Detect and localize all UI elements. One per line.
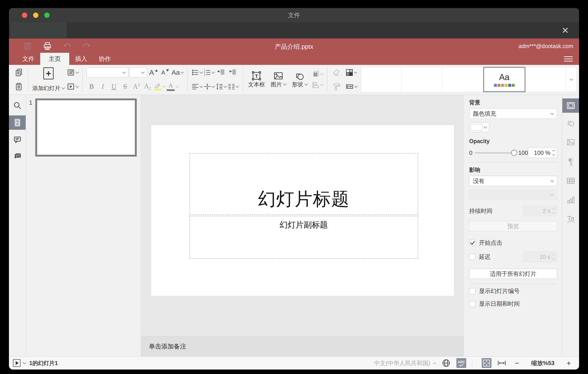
increase-font-size-button[interactable]: A xyxy=(148,67,159,78)
close-window-button[interactable] xyxy=(22,12,27,18)
bold-button[interactable]: B xyxy=(87,83,96,91)
background-color-picker[interactable] xyxy=(469,122,489,132)
zoom-window-button[interactable] xyxy=(44,12,50,18)
insert-image-button[interactable]: 图片 xyxy=(269,70,287,88)
subtitle-placeholder[interactable]: 幻灯片副标题 xyxy=(189,216,418,259)
zoom-in-button[interactable]: + xyxy=(564,359,573,367)
transition-effect-select[interactable]: 没有 xyxy=(469,176,557,186)
image-settings-tab[interactable] xyxy=(562,135,579,149)
font-name-combobox[interactable] xyxy=(87,67,128,77)
zoom-level-label: 缩放%53 xyxy=(531,359,555,367)
background-fill-select[interactable]: 颜色填充 xyxy=(469,109,557,119)
paste-button[interactable] xyxy=(14,81,24,92)
strikeout-button[interactable]: S xyxy=(120,83,130,91)
start-on-click-checkbox[interactable] xyxy=(469,240,475,246)
italic-button[interactable]: I xyxy=(98,83,108,91)
opacity-label: Opacity xyxy=(469,138,557,144)
start-slideshow-button[interactable] xyxy=(67,81,78,92)
tab-file[interactable]: 文件 xyxy=(17,53,40,65)
apply-to-all-slides-button[interactable]: 适用于所有幻灯片 xyxy=(469,269,557,279)
show-slide-number-checkbox[interactable] xyxy=(469,288,475,294)
textart-settings-tab[interactable]: Ta xyxy=(562,212,579,226)
copy-button[interactable] xyxy=(14,67,24,78)
spellcheck-toggle[interactable]: ABC xyxy=(456,358,466,368)
spinner-arrows-icon[interactable] xyxy=(553,150,555,155)
notes-area[interactable]: 单击添加备注 xyxy=(141,336,463,356)
fit-to-width-button[interactable] xyxy=(497,358,507,368)
insert-shape-button[interactable]: 形状 xyxy=(291,70,309,88)
line-spacing-icon xyxy=(216,83,223,90)
increase-indent-button[interactable] xyxy=(227,67,238,78)
chevron-down-icon[interactable] xyxy=(23,361,26,364)
horizontal-align-button[interactable] xyxy=(192,81,202,92)
decrease-font-size-button[interactable]: A xyxy=(160,67,170,78)
slide-thumbnail-preview xyxy=(38,101,134,154)
arrange-shape-button[interactable] xyxy=(312,69,323,80)
opacity-slider-knob[interactable] xyxy=(511,150,517,156)
subscript-button[interactable]: A2 xyxy=(143,82,152,91)
font-color-button[interactable]: A xyxy=(167,81,178,92)
start-slideshow-statusbar-button[interactable] xyxy=(13,359,21,367)
delay-checkbox[interactable] xyxy=(469,254,475,260)
chevron-down-icon xyxy=(141,70,145,74)
theme-option[interactable] xyxy=(442,67,483,92)
view-settings-menu-button[interactable] xyxy=(564,55,573,63)
tab-insert[interactable]: 插入 xyxy=(69,53,93,65)
show-date-time-checkbox[interactable] xyxy=(469,301,475,307)
theme-gallery-expand-button[interactable] xyxy=(566,67,577,92)
align-shape-button[interactable] xyxy=(312,80,323,90)
color-scheme-button[interactable] xyxy=(346,67,357,78)
decrease-indent-button[interactable] xyxy=(216,67,226,78)
slide-size-button[interactable] xyxy=(346,81,357,92)
slide-thumbnail[interactable] xyxy=(35,99,137,157)
copy-style-button[interactable] xyxy=(331,81,342,92)
chat-icon xyxy=(13,152,22,161)
change-layout-button[interactable] xyxy=(67,67,78,78)
change-case-button[interactable]: Aa xyxy=(172,67,183,78)
theme-option[interactable] xyxy=(361,67,402,92)
slide-title-text: 幻灯片标题 xyxy=(258,187,350,215)
title-placeholder[interactable]: 幻灯片标题 xyxy=(189,153,418,215)
theme-option[interactable] xyxy=(525,67,566,92)
set-language-button[interactable] xyxy=(441,358,451,368)
slides-panel-button[interactable] xyxy=(9,115,26,130)
numbering-button[interactable]: 123 xyxy=(204,67,214,78)
bullets-button[interactable] xyxy=(192,67,202,78)
zoom-out-button[interactable]: − xyxy=(513,359,521,367)
textbox-icon: T xyxy=(252,71,261,81)
shape-settings-tab[interactable] xyxy=(562,116,579,130)
tab-collaboration[interactable]: 协作 xyxy=(93,53,117,65)
opacity-value: 100 % xyxy=(534,149,550,156)
chart-settings-tab[interactable] xyxy=(562,193,579,207)
superscript-button[interactable]: A2 xyxy=(131,83,141,91)
add-slide-icon: + xyxy=(43,67,54,79)
opacity-spinner[interactable]: 100 % xyxy=(528,148,557,158)
search-panel-button[interactable] xyxy=(9,99,26,113)
slide-settings-tab[interactable] xyxy=(562,99,579,113)
insert-textbox-button[interactable]: T 文本框 xyxy=(247,70,266,88)
slide[interactable]: 幻灯片标题 幻灯片副标题 xyxy=(151,125,454,296)
clear-style-button[interactable] xyxy=(331,67,342,78)
underline-button[interactable]: U xyxy=(109,83,119,91)
add-slide-label-button[interactable]: 添加幻灯片 xyxy=(32,85,64,92)
theme-option[interactable] xyxy=(402,67,442,92)
document-language-button[interactable]: 中文(中华人民共和国) xyxy=(374,359,436,367)
columns-button[interactable] xyxy=(228,81,239,92)
paragraph-settings-tab[interactable]: ¶ xyxy=(562,154,579,169)
minimize-window-button[interactable] xyxy=(33,12,38,18)
close-document-button[interactable]: ✕ xyxy=(559,25,571,36)
opacity-slider[interactable] xyxy=(474,152,514,154)
add-slide-button[interactable]: + xyxy=(40,67,57,80)
vertical-align-button[interactable] xyxy=(204,81,214,92)
theme-option-selected[interactable]: Aa xyxy=(483,67,525,92)
font-size-combobox[interactable] xyxy=(130,67,147,77)
document-filename: 产品介绍.pptx xyxy=(9,43,579,51)
arrange-icon xyxy=(312,70,319,78)
highlight-color-button[interactable] xyxy=(154,81,165,92)
line-spacing-button[interactable] xyxy=(216,81,227,92)
fit-to-slide-button[interactable] xyxy=(482,358,492,368)
table-settings-tab[interactable] xyxy=(562,174,579,188)
comments-panel-button[interactable] xyxy=(9,132,26,147)
tab-home[interactable]: 主页 xyxy=(40,53,69,65)
chat-panel-button[interactable] xyxy=(9,149,26,164)
